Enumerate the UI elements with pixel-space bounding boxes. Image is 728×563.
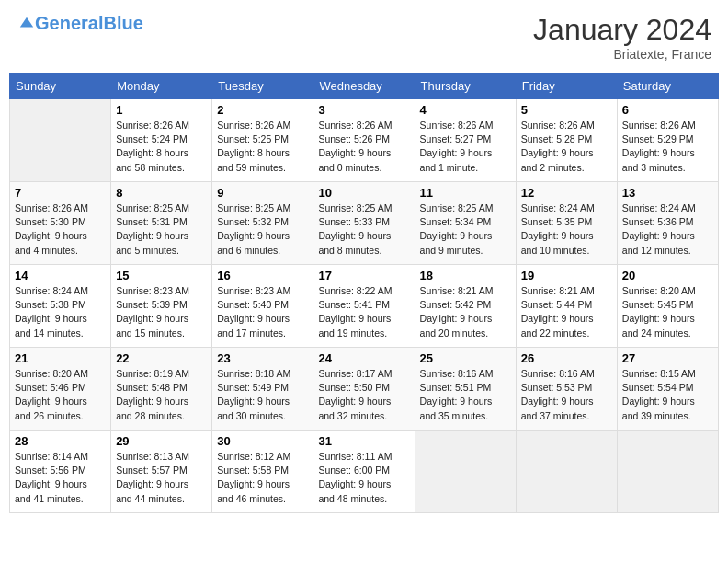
day-content: Sunrise: 8:21 AM Sunset: 5:42 PM Dayligh… <box>420 284 511 340</box>
day-number: 17 <box>318 269 409 282</box>
day-content: Sunrise: 8:26 AM Sunset: 5:30 PM Dayligh… <box>15 201 106 258</box>
day-cell: 7Sunrise: 8:26 AM Sunset: 5:30 PM Daylig… <box>10 182 111 265</box>
day-content: Sunrise: 8:20 AM Sunset: 5:46 PM Dayligh… <box>15 367 106 423</box>
day-cell: 11Sunrise: 8:25 AM Sunset: 5:34 PM Dayli… <box>415 182 516 265</box>
day-cell <box>415 431 516 513</box>
day-number: 5 <box>521 103 612 117</box>
day-content: Sunrise: 8:17 AM Sunset: 5:50 PM Dayligh… <box>318 367 409 423</box>
day-cell: 5Sunrise: 8:26 AM Sunset: 5:28 PM Daylig… <box>516 99 617 182</box>
logo-icon <box>18 16 35 32</box>
day-cell: 16Sunrise: 8:23 AM Sunset: 5:40 PM Dayli… <box>212 265 313 348</box>
day-number: 28 <box>15 434 106 448</box>
week-row-2: 7Sunrise: 8:26 AM Sunset: 5:30 PM Daylig… <box>10 182 719 265</box>
day-content: Sunrise: 8:11 AM Sunset: 6:00 PM Dayligh… <box>318 450 409 506</box>
day-content: Sunrise: 8:24 AM Sunset: 5:36 PM Dayligh… <box>622 201 713 258</box>
day-content: Sunrise: 8:26 AM Sunset: 5:25 PM Dayligh… <box>217 119 308 175</box>
day-number: 26 <box>521 351 612 365</box>
day-cell: 20Sunrise: 8:20 AM Sunset: 5:45 PM Dayli… <box>617 265 718 348</box>
day-number: 10 <box>318 186 409 200</box>
day-cell <box>516 431 617 513</box>
day-cell: 31Sunrise: 8:11 AM Sunset: 6:00 PM Dayli… <box>313 431 415 513</box>
week-row-5: 28Sunrise: 8:14 AM Sunset: 5:56 PM Dayli… <box>10 431 719 513</box>
day-number: 18 <box>420 269 511 282</box>
day-content: Sunrise: 8:16 AM Sunset: 5:53 PM Dayligh… <box>521 367 612 423</box>
day-number: 29 <box>116 434 207 448</box>
week-row-1: 1Sunrise: 8:26 AM Sunset: 5:24 PM Daylig… <box>10 99 719 182</box>
day-cell: 23Sunrise: 8:18 AM Sunset: 5:49 PM Dayli… <box>212 348 313 431</box>
day-number: 9 <box>217 186 308 200</box>
day-content: Sunrise: 8:25 AM Sunset: 5:32 PM Dayligh… <box>217 201 308 258</box>
col-header-tuesday: Tuesday <box>212 74 313 99</box>
day-number: 21 <box>15 351 106 365</box>
day-cell: 17Sunrise: 8:22 AM Sunset: 5:41 PM Dayli… <box>313 265 415 348</box>
day-content: Sunrise: 8:23 AM Sunset: 5:40 PM Dayligh… <box>217 284 308 340</box>
day-number: 22 <box>116 351 207 365</box>
day-cell: 25Sunrise: 8:16 AM Sunset: 5:51 PM Dayli… <box>415 348 516 431</box>
day-cell: 3Sunrise: 8:26 AM Sunset: 5:26 PM Daylig… <box>313 99 415 182</box>
day-cell: 8Sunrise: 8:25 AM Sunset: 5:31 PM Daylig… <box>111 182 212 265</box>
day-cell: 10Sunrise: 8:25 AM Sunset: 5:33 PM Dayli… <box>313 182 415 265</box>
day-number: 23 <box>217 351 308 365</box>
day-cell: 6Sunrise: 8:26 AM Sunset: 5:29 PM Daylig… <box>617 99 718 182</box>
day-number: 2 <box>217 103 308 117</box>
day-cell: 21Sunrise: 8:20 AM Sunset: 5:46 PM Dayli… <box>10 348 111 431</box>
day-cell: 28Sunrise: 8:14 AM Sunset: 5:56 PM Dayli… <box>10 431 111 513</box>
calendar-body: 1Sunrise: 8:26 AM Sunset: 5:24 PM Daylig… <box>10 99 719 513</box>
day-cell: 15Sunrise: 8:23 AM Sunset: 5:39 PM Dayli… <box>111 265 212 348</box>
week-row-3: 14Sunrise: 8:24 AM Sunset: 5:38 PM Dayli… <box>10 265 719 348</box>
day-content: Sunrise: 8:26 AM Sunset: 5:26 PM Dayligh… <box>318 119 409 175</box>
day-number: 3 <box>318 103 409 117</box>
day-content: Sunrise: 8:26 AM Sunset: 5:28 PM Dayligh… <box>521 119 612 175</box>
day-number: 19 <box>521 269 612 282</box>
day-content: Sunrise: 8:25 AM Sunset: 5:31 PM Dayligh… <box>116 201 207 258</box>
day-number: 13 <box>622 186 713 200</box>
day-number: 20 <box>622 269 713 282</box>
day-content: Sunrise: 8:19 AM Sunset: 5:48 PM Dayligh… <box>116 367 207 423</box>
day-number: 30 <box>217 434 308 448</box>
day-cell: 24Sunrise: 8:17 AM Sunset: 5:50 PM Dayli… <box>313 348 415 431</box>
day-content: Sunrise: 8:22 AM Sunset: 5:41 PM Dayligh… <box>318 284 409 340</box>
col-header-saturday: Saturday <box>617 74 718 99</box>
logo-text: GeneralBlue <box>35 13 143 34</box>
day-content: Sunrise: 8:12 AM Sunset: 5:58 PM Dayligh… <box>217 450 308 506</box>
day-cell: 29Sunrise: 8:13 AM Sunset: 5:57 PM Dayli… <box>111 431 212 513</box>
day-number: 1 <box>116 103 207 117</box>
day-cell: 22Sunrise: 8:19 AM Sunset: 5:48 PM Dayli… <box>111 348 212 431</box>
day-cell: 4Sunrise: 8:26 AM Sunset: 5:27 PM Daylig… <box>415 99 516 182</box>
svg-marker-0 <box>20 17 33 27</box>
day-cell: 9Sunrise: 8:25 AM Sunset: 5:32 PM Daylig… <box>212 182 313 265</box>
day-content: Sunrise: 8:14 AM Sunset: 5:56 PM Dayligh… <box>15 450 106 506</box>
day-content: Sunrise: 8:23 AM Sunset: 5:39 PM Dayligh… <box>116 284 207 340</box>
month-title: January 2024 <box>533 13 711 47</box>
day-number: 8 <box>116 186 207 200</box>
location-title: Briatexte, France <box>533 47 711 62</box>
calendar-header-row: SundayMondayTuesdayWednesdayThursdayFrid… <box>10 74 719 99</box>
day-content: Sunrise: 8:25 AM Sunset: 5:34 PM Dayligh… <box>420 201 511 258</box>
col-header-thursday: Thursday <box>415 74 516 99</box>
day-content: Sunrise: 8:24 AM Sunset: 5:38 PM Dayligh… <box>15 284 106 340</box>
col-header-monday: Monday <box>111 74 212 99</box>
calendar-table: SundayMondayTuesdayWednesdayThursdayFrid… <box>9 73 719 513</box>
day-cell: 2Sunrise: 8:26 AM Sunset: 5:25 PM Daylig… <box>212 99 313 182</box>
day-content: Sunrise: 8:26 AM Sunset: 5:27 PM Dayligh… <box>420 119 511 175</box>
day-cell <box>10 99 111 182</box>
day-number: 14 <box>15 269 106 282</box>
day-cell: 30Sunrise: 8:12 AM Sunset: 5:58 PM Dayli… <box>212 431 313 513</box>
day-content: Sunrise: 8:26 AM Sunset: 5:24 PM Dayligh… <box>116 119 207 175</box>
day-number: 6 <box>622 103 713 117</box>
day-number: 11 <box>420 186 511 200</box>
day-content: Sunrise: 8:13 AM Sunset: 5:57 PM Dayligh… <box>116 450 207 506</box>
page-header: GeneralBlue January 2024 Briatexte, Fran… <box>9 9 719 65</box>
day-number: 24 <box>318 351 409 365</box>
day-number: 4 <box>420 103 511 117</box>
col-header-sunday: Sunday <box>10 74 111 99</box>
week-row-4: 21Sunrise: 8:20 AM Sunset: 5:46 PM Dayli… <box>10 348 719 431</box>
day-cell: 14Sunrise: 8:24 AM Sunset: 5:38 PM Dayli… <box>10 265 111 348</box>
day-content: Sunrise: 8:24 AM Sunset: 5:35 PM Dayligh… <box>521 201 612 258</box>
day-cell: 12Sunrise: 8:24 AM Sunset: 5:35 PM Dayli… <box>516 182 617 265</box>
logo: GeneralBlue <box>17 13 143 34</box>
day-cell: 27Sunrise: 8:15 AM Sunset: 5:54 PM Dayli… <box>617 348 718 431</box>
day-content: Sunrise: 8:26 AM Sunset: 5:29 PM Dayligh… <box>622 119 713 175</box>
col-header-wednesday: Wednesday <box>313 74 415 99</box>
day-number: 25 <box>420 351 511 365</box>
